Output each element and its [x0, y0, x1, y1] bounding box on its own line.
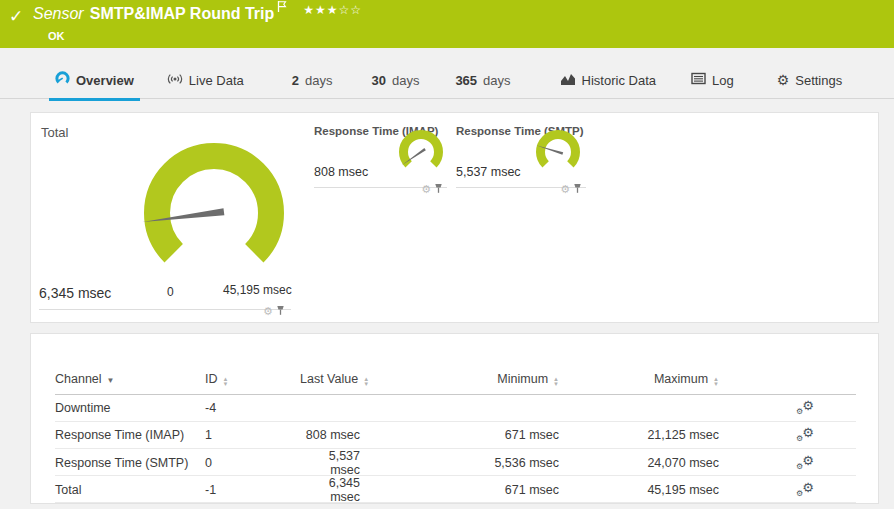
imap-gauge-card[interactable]: Response Time (IMAP) 808 msec ⚙: [314, 123, 447, 195]
smtp-gauge-value: 5,537 msec: [456, 165, 521, 179]
channel-id: -4: [205, 401, 300, 415]
channel-settings-gears-icon[interactable]: ⚙⚙: [796, 481, 814, 497]
tab-log[interactable]: Log: [691, 62, 734, 99]
tab-live-data[interactable]: Live Data: [167, 62, 244, 99]
status-ok-check-icon: ✓: [9, 6, 23, 27]
channel-last-value: 6,345 msec: [300, 476, 360, 504]
tab-bar: Overview Live Data 2days 30days 365days …: [0, 62, 894, 99]
channel-last-value: 808 msec: [300, 428, 360, 442]
sort-desc-icon: ▼: [107, 376, 115, 385]
total-gauge-scale-min: 0: [167, 285, 174, 299]
gauge-pin-icon[interactable]: [573, 180, 582, 198]
smtp-gauge: [533, 127, 583, 177]
table-row-response-time-smtp[interactable]: Response Time (SMTP) 0 5,537 msec 5,536 …: [55, 449, 856, 476]
column-header-channel[interactable]: Channel▼: [55, 372, 205, 386]
tab-settings[interactable]: ⚙ Settings: [777, 62, 843, 99]
overview-gauge-icon: [55, 71, 70, 89]
tab-2-days[interactable]: 2days: [292, 62, 333, 99]
gauge-gear-icon[interactable]: ⚙: [421, 184, 431, 195]
channel-id: 1: [205, 428, 300, 442]
tab-overview[interactable]: Overview: [55, 62, 134, 99]
priority-stars[interactable]: ★★★☆☆: [303, 3, 362, 17]
channel-minimum: 5,536 msec: [360, 456, 559, 470]
channel-maximum: 45,195 msec: [559, 483, 719, 497]
sort-icon: ▲▼: [223, 377, 229, 386]
gauge-gear-icon[interactable]: ⚙: [560, 184, 570, 195]
smtp-gauge-card[interactable]: Response Time (SMTP) 5,537 msec ⚙: [456, 123, 586, 195]
column-header-last-value[interactable]: Last Value▲▼: [300, 372, 360, 386]
table-header-row: Channel▼ ID▲▼ Last Value▲▼ Minimum▲▼ Max…: [55, 334, 856, 395]
sort-icon: ▲▼: [713, 377, 719, 386]
sensor-type-label: Sensor: [33, 5, 84, 22]
total-gauge-scale-max: 45,195 msec: [223, 283, 292, 297]
channel-settings-gears-icon[interactable]: ⚙⚙: [796, 399, 814, 415]
channel-name: Total: [55, 483, 205, 497]
channels-panel: Channel▼ ID▲▼ Last Value▲▼ Minimum▲▼ Max…: [30, 333, 879, 504]
sensor-header: ✓ SensorSMTP&IMAP Round Trip★★★☆☆ OK: [0, 0, 894, 48]
column-header-minimum[interactable]: Minimum▲▼: [360, 372, 559, 386]
imap-gauge-value: 808 msec: [314, 165, 368, 179]
gauge-pin-icon[interactable]: [276, 302, 285, 320]
channel-maximum: 24,070 msec: [559, 456, 719, 470]
smtp-card-actions: ⚙: [560, 180, 582, 198]
total-card-divider: [39, 309, 291, 310]
tab-historic-data[interactable]: Historic Data: [560, 62, 656, 99]
gauges-panel: Total 0 45,195 msec 6,345 msec ⚙ Respons…: [30, 112, 879, 323]
channel-minimum: 671 msec: [360, 428, 559, 442]
tab-365-days[interactable]: 365days: [455, 62, 510, 99]
settings-gear-icon: ⚙: [777, 73, 790, 87]
channel-name: Response Time (SMTP): [55, 456, 205, 470]
historic-chart-icon: [560, 72, 576, 89]
channel-id: -1: [205, 483, 300, 497]
page-title: SMTP&IMAP Round Trip: [90, 5, 275, 22]
channel-name: Response Time (IMAP): [55, 428, 205, 442]
live-data-broadcast-icon: [167, 72, 183, 89]
column-header-id[interactable]: ID▲▼: [205, 372, 300, 386]
channel-settings-gears-icon[interactable]: ⚙⚙: [796, 454, 814, 470]
imap-gauge: [396, 127, 446, 177]
status-badge: OK: [48, 30, 65, 42]
channels-table: Channel▼ ID▲▼ Last Value▲▼ Minimum▲▼ Max…: [55, 334, 856, 503]
channel-last-value: 5,537 msec: [300, 449, 360, 477]
log-list-icon: [691, 72, 706, 88]
channel-maximum: 21,125 msec: [559, 428, 719, 442]
channel-id: 0: [205, 456, 300, 470]
table-row-downtime[interactable]: Downtime -4 ⚙⚙: [55, 395, 856, 422]
channel-minimum: 671 msec: [360, 483, 559, 497]
priority-flag-icon[interactable]: [277, 0, 287, 17]
gauge-gear-icon[interactable]: ⚙: [263, 306, 273, 317]
column-header-maximum[interactable]: Maximum▲▼: [559, 372, 719, 386]
total-gauge-value: 6,345 msec: [39, 285, 111, 301]
tab-30-days[interactable]: 30days: [371, 62, 419, 99]
total-gauge-title: Total: [41, 125, 68, 140]
imap-card-actions: ⚙: [421, 180, 443, 198]
gauge-pin-icon[interactable]: [434, 180, 443, 198]
total-card-actions: ⚙: [263, 302, 285, 320]
table-row-response-time-imap[interactable]: Response Time (IMAP) 1 808 msec 671 msec…: [55, 422, 856, 449]
channel-settings-gears-icon[interactable]: ⚙⚙: [796, 426, 814, 442]
total-gauge: [134, 131, 294, 291]
table-row-total[interactable]: Total -1 6,345 msec 671 msec 45,195 msec…: [55, 476, 856, 503]
channel-name: Downtime: [55, 401, 205, 415]
